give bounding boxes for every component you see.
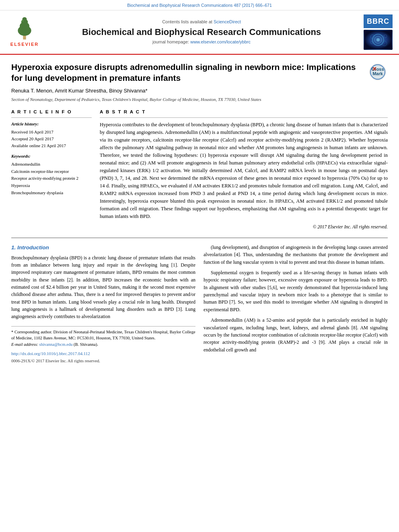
- abstract-column: A B S T R A C T Hyperoxia contributes to…: [100, 109, 388, 230]
- copyright-line: © 2017 Elsevier Inc. All rights reserved…: [100, 224, 388, 230]
- article-info-abstract-section: A R T I C L E I N F O Article history: R…: [11, 109, 388, 230]
- keyword-adrenomedullin: Adrenomedullin: [11, 161, 92, 168]
- history-online: Available online 21 April 2017: [11, 142, 92, 149]
- abstract-text: Hyperoxia contributes to the development…: [100, 121, 388, 220]
- article-content: Hyperoxia exposure disrupts adrenomedull…: [0, 55, 399, 369]
- body-right-column: (lung development), and disruption of an…: [204, 244, 388, 364]
- intro-para-3: Supplemental oxygen is frequently used a…: [204, 269, 388, 313]
- keyword-hyperoxia: Hyperoxia: [11, 182, 92, 189]
- article-history: Article history: Received 16 April 2017 …: [11, 121, 92, 149]
- crossmark-badge: Cross Mark: [368, 64, 388, 83]
- intro-para-1: Bronchopulmonary dysplasia (BPD) is a ch…: [11, 254, 195, 320]
- intro-para-4: Adrenomedullin (AM) is a 52-amino acid p…: [204, 316, 388, 353]
- sciencedirect-link[interactable]: ScienceDirect: [214, 19, 241, 24]
- abstract-heading: A B S T R A C T: [100, 109, 388, 115]
- article-info-column: A R T I C L E I N F O Article history: R…: [11, 109, 92, 230]
- body-text-left: Bronchopulmonary dysplasia (BPD) is a ch…: [11, 254, 195, 320]
- doi-link[interactable]: http://dx.doi.org/10.1016/j.bbrc.2017.04…: [11, 351, 90, 356]
- sciencedirect-line: Contents lists available at ScienceDirec…: [47, 19, 356, 25]
- crossmark-icon: Cross Mark: [369, 64, 386, 80]
- article-info-heading: A R T I C L E I N F O: [11, 109, 92, 115]
- keyword-bpd: Bronchopulmonary dysplasia: [11, 189, 92, 197]
- history-accepted: Accepted 20 April 2017: [11, 136, 92, 142]
- journal-center-info: Contents lists available at ScienceDirec…: [47, 19, 356, 45]
- elsevier-logo: ELSEVIER: [6, 16, 43, 48]
- elsevier-wordmark: ELSEVIER: [10, 41, 39, 48]
- citation-bar: Biochemical and Biophysical Research Com…: [0, 0, 399, 10]
- keyword-ramp2: Receptor activity-modifying protein 2: [11, 175, 92, 182]
- journal-title: Biochemical and Biophysical Research Com…: [47, 27, 356, 37]
- keywords-section: Keywords: Adrenomedullin Calcitonin rece…: [11, 153, 92, 196]
- journal-homepage: journal homepage: www.elsevier.com/locat…: [47, 39, 356, 45]
- svg-point-5: [22, 21, 24, 22]
- footnote-area: * Corresponding author. Division of Neon…: [11, 326, 195, 365]
- authors: Renuka T. Menon, Amrit Kumar Shrestha, B…: [11, 87, 388, 95]
- journal-thumbnail: [364, 30, 393, 50]
- footnote-email: E-mail address: shivanna@bcm.edu (B. Shi…: [11, 341, 195, 348]
- homepage-link[interactable]: www.elsevier.com/locate/ybbrc: [190, 39, 251, 44]
- article-title-section: Hyperoxia exposure disrupts adrenomedull…: [11, 62, 388, 83]
- citation-text: Biochemical and Biophysical Research Com…: [127, 3, 272, 8]
- article-info-divider: [11, 117, 92, 118]
- issn-line: 0006-291X/© 2017 Elsevier Inc. All right…: [11, 358, 195, 364]
- email-link[interactable]: shivanna@bcm.edu: [39, 342, 73, 347]
- footnote-corresponding: * Corresponding author. Division of Neon…: [11, 329, 195, 342]
- elsevier-logo-section: ELSEVIER: [6, 16, 43, 48]
- body-left-column: 1. Introduction Bronchopulmonary dysplas…: [11, 244, 195, 364]
- keywords-label: Keywords:: [11, 153, 92, 160]
- elsevier-tree-icon: [8, 16, 41, 41]
- doi-line: http://dx.doi.org/10.1016/j.bbrc.2017.04…: [11, 350, 195, 357]
- introduction-title: 1. Introduction: [11, 244, 195, 252]
- journal-header: ELSEVIER Contents lists available at Sci…: [0, 10, 399, 55]
- intro-para-2: (lung development), and disruption of an…: [204, 244, 388, 266]
- body-section: 1. Introduction Bronchopulmonary dysplas…: [11, 244, 388, 364]
- affiliation: Section of Neonatology, Department of Pe…: [11, 97, 388, 103]
- body-text-right: (lung development), and disruption of an…: [204, 244, 388, 353]
- svg-text:Mark: Mark: [372, 71, 383, 76]
- journal-header-right: BBRC: [360, 14, 393, 50]
- bbrc-badge: BBRC: [364, 14, 393, 28]
- abstract-divider: [100, 117, 388, 118]
- svg-point-9: [376, 38, 380, 41]
- history-label: Article history:: [11, 121, 92, 127]
- article-title: Hyperoxia exposure disrupts adrenomedull…: [11, 62, 364, 83]
- journal-thumbnail-image: [364, 31, 392, 49]
- keyword-calcrl: Calcitonin receptor-like receptor: [11, 168, 92, 175]
- history-received: Received 16 April 2017: [11, 129, 92, 136]
- section-divider: [11, 238, 388, 238]
